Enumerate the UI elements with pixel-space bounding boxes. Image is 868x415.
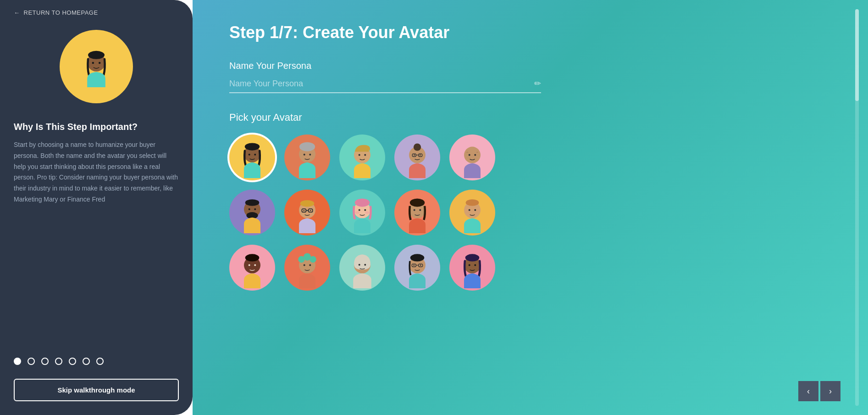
svg-point-1 [88,51,105,59]
why-title: Why Is This Step Important? [14,122,179,132]
svg-point-66 [410,254,425,261]
step-dot-6[interactable] [83,358,90,365]
step-dot-4[interactable] [55,358,62,365]
svg-point-43 [365,211,369,213]
svg-point-30 [254,208,256,210]
main-content: Step 1/7: Create Your Avatar Name Your P… [193,0,868,415]
svg-point-63 [359,264,360,266]
svg-point-2 [92,62,94,64]
avatar-5[interactable] [449,135,495,180]
avatar-2[interactable] [284,135,330,180]
svg-point-36 [303,210,304,211]
step-dot-7[interactable] [96,358,104,365]
svg-point-51 [474,209,476,211]
scrollbar[interactable] [855,9,859,406]
svg-point-11 [309,154,311,156]
persona-name-input[interactable] [229,79,534,89]
svg-point-17 [414,146,421,149]
svg-point-55 [254,264,256,266]
avatar-14[interactable] [394,245,440,291]
svg-point-37 [310,210,311,211]
avatar-9[interactable] [394,190,440,236]
svg-point-14 [364,154,366,156]
avatar-6[interactable] [229,190,275,236]
sidebar-description: Start by choosing a name to humanize you… [14,140,179,205]
name-input-row: ✏ [229,79,541,93]
svg-point-59 [310,256,316,263]
avatar-preview-svg [76,46,117,87]
svg-point-29 [249,208,250,210]
svg-point-5 [245,143,260,151]
svg-point-70 [413,264,415,266]
avatar-13[interactable] [339,245,385,291]
svg-point-73 [465,254,480,261]
avatar-8[interactable] [339,190,385,236]
avatar-4[interactable] [394,135,440,180]
svg-point-40 [359,209,360,211]
svg-point-7 [254,154,256,156]
svg-point-47 [419,209,421,211]
svg-point-13 [359,154,360,156]
selected-avatar-preview [60,30,133,103]
svg-point-50 [469,209,470,211]
sidebar: ← RETURN TO HOMEPAGE Why Is This Step I [0,0,193,415]
avatar-12[interactable] [284,245,330,291]
name-section-label: Name Your Persona [229,61,840,71]
svg-point-25 [474,154,476,156]
return-arrow-icon: ← [14,9,20,16]
svg-point-61 [309,264,311,266]
step-dots [0,358,193,365]
step-dot-5[interactable] [69,358,76,365]
pick-avatar-label: Pick your Avatar [229,112,840,123]
prev-arrow-button[interactable]: ‹ [798,381,818,401]
return-link[interactable]: ← RETURN TO HOMEPAGE [0,0,193,25]
step-dot-2[interactable] [28,358,35,365]
svg-point-23 [464,147,481,163]
svg-point-41 [364,209,366,211]
avatar-3[interactable] [339,135,385,180]
svg-point-53 [245,254,260,261]
svg-point-27 [245,199,260,206]
svg-point-3 [99,62,101,64]
svg-point-64 [364,264,366,266]
svg-point-75 [474,264,476,266]
svg-point-49 [466,199,479,206]
svg-point-46 [414,209,415,211]
next-arrow-button[interactable]: › [820,381,840,401]
avatar-7[interactable] [284,190,330,236]
navigation-arrows: ‹ › [798,381,840,401]
svg-point-22 [420,154,421,156]
svg-point-24 [469,154,470,156]
edit-pencil-icon: ✏ [534,79,541,89]
avatar-grid [229,135,840,291]
skip-walkthrough-button[interactable]: Skip walkthrough mode [14,379,179,401]
svg-point-45 [410,198,425,207]
svg-point-10 [304,154,305,156]
svg-point-42 [355,211,359,213]
svg-point-74 [469,264,470,266]
step-dot-3[interactable] [41,358,49,365]
avatar-11[interactable] [229,245,275,291]
avatar-preview-container [0,25,193,117]
return-label: RETURN TO HOMEPAGE [24,9,98,16]
svg-point-39 [355,198,370,207]
svg-point-21 [414,154,415,156]
scrollbar-thumb [855,9,859,101]
svg-point-32 [300,200,315,207]
sidebar-info: Why Is This Step Important? Start by cho… [0,117,193,358]
avatar-1[interactable] [229,135,275,180]
svg-point-60 [304,264,305,266]
avatar-10[interactable] [449,190,495,236]
svg-point-54 [249,264,250,266]
svg-point-71 [420,264,421,266]
svg-point-6 [249,154,250,156]
avatar-15[interactable] [449,245,495,291]
step-title: Step 1/7: Create Your Avatar [229,23,840,42]
step-dot-1[interactable] [14,358,21,365]
